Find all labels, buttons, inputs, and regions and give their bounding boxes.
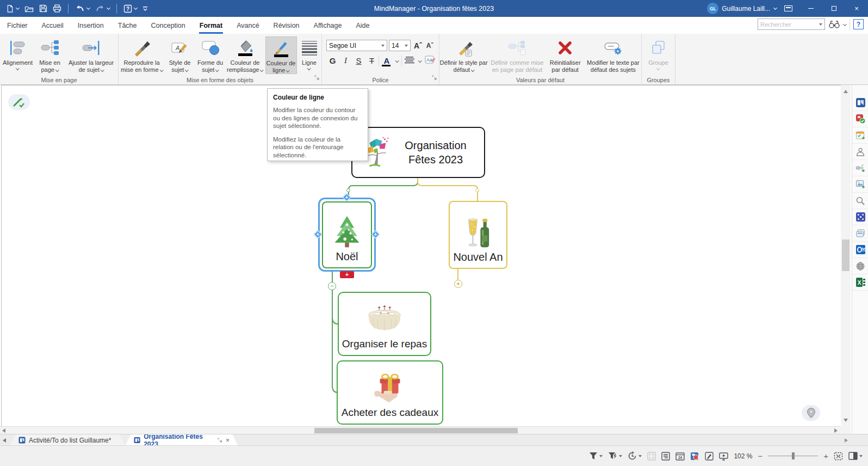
account-name[interactable]: Guillaume Laill... [722, 5, 770, 13]
undo-button[interactable] [73, 3, 91, 14]
chevron-down-icon[interactable] [395, 59, 399, 62]
close-button[interactable]: × [845, 0, 868, 17]
minimize-button[interactable] [799, 0, 822, 17]
shrink-font-button[interactable]: Aˇ [425, 42, 435, 50]
font-color-button[interactable]: A [380, 54, 394, 67]
chevron-down-icon[interactable] [843, 22, 847, 26]
scroll-right-arrow[interactable] [834, 428, 838, 433]
zoom-slider[interactable] [768, 452, 818, 460]
bold-button[interactable]: G [326, 54, 339, 67]
select-mode-button[interactable] [647, 452, 656, 461]
tab-conception[interactable]: Conception [144, 17, 193, 34]
search-pane-button[interactable] [852, 193, 868, 209]
windows-pane-button[interactable] [852, 225, 868, 242]
presentation-button[interactable] [719, 452, 728, 461]
italic-button[interactable]: I [339, 54, 352, 67]
definir-style-defaut-button[interactable]: Définir le style par défaut [439, 36, 488, 73]
ajuster-largeur-button[interactable]: Ajuster la largeur de sujet [66, 36, 116, 73]
flag-badge[interactable]: + [340, 271, 354, 278]
tab-format[interactable]: Format [193, 17, 230, 34]
snap-pane-button[interactable] [852, 209, 868, 225]
save-button[interactable] [38, 3, 49, 14]
strikethrough-button[interactable]: T [365, 54, 378, 67]
help-button[interactable]: ? [122, 3, 139, 14]
contacts-pane-button[interactable] [852, 144, 868, 160]
horizontal-scroll-thumb[interactable] [314, 428, 518, 433]
zoom-out-button[interactable]: − [758, 452, 762, 460]
ink-mode-button[interactable] [705, 452, 714, 461]
fit-map-button[interactable] [834, 452, 843, 461]
tasks-pane-button[interactable] [852, 111, 868, 127]
ribbon-display-options-button[interactable] [777, 0, 799, 17]
binoculars-icon[interactable] [828, 20, 840, 29]
tab-avance[interactable]: Avancé [230, 17, 266, 34]
tab-affichage[interactable]: Affichage [307, 17, 349, 34]
images-pane-button[interactable] [852, 176, 868, 193]
edit-mode-button[interactable] [8, 94, 30, 110]
scroll-up-arrow[interactable] [844, 90, 848, 93]
document-tab-activite[interactable]: Activité/To do list Guillaume* [10, 434, 125, 446]
zoom-in-button[interactable]: + [823, 452, 828, 460]
search-dropdown-icon[interactable] [819, 23, 822, 26]
customize-toolbar-button[interactable] [141, 4, 150, 13]
vertical-scrollbar[interactable] [841, 85, 851, 434]
zoom-slider-thumb[interactable] [792, 452, 795, 459]
scroll-down-arrow[interactable] [844, 419, 848, 422]
outlook-pane-button[interactable] [852, 242, 868, 258]
style-sujet-button[interactable]: A Style de sujet [165, 36, 195, 73]
reproduire-mise-en-forme-button[interactable]: Reproduire la mise en forme [120, 36, 164, 73]
tab-accueil[interactable]: Accueil [35, 17, 71, 34]
help-pane-button[interactable]: ? [853, 19, 864, 29]
topic-nouvel-an[interactable]: Nouvel An [449, 201, 507, 269]
scroll-left-arrow[interactable] [2, 428, 5, 433]
close-tab-icon[interactable]: × [226, 437, 230, 444]
topic-cadeaux[interactable]: Acheter des cadeaux [337, 360, 443, 425]
detach-tab-icon[interactable] [218, 438, 222, 443]
panel-layout-button[interactable] [848, 452, 863, 460]
new-document-button[interactable] [4, 3, 21, 14]
tab-revision[interactable]: Révision [266, 17, 307, 34]
dialog-launcher-icon[interactable] [314, 73, 320, 83]
mise-en-page-button[interactable]: Mise en page [35, 36, 65, 73]
power-filter-button[interactable] [608, 452, 622, 460]
alignement-button[interactable]: Alignement [2, 36, 34, 73]
dialog-launcher-icon[interactable] [432, 73, 437, 83]
redo-button[interactable] [94, 3, 111, 14]
open-file-button[interactable] [23, 4, 35, 14]
horizontal-scrollbar[interactable] [0, 426, 841, 434]
clear-formatting-button[interactable]: Aa [421, 56, 439, 66]
modifier-texte-defaut-button[interactable]: Modifier le texte par défaut des sujets [585, 36, 641, 73]
font-name-select[interactable]: Segoe UI [326, 40, 387, 51]
text-align-button[interactable] [402, 56, 417, 66]
couleur-remplissage-button[interactable]: Couleur de remplissage [226, 36, 264, 73]
underline-button[interactable]: S [352, 54, 365, 67]
map-canvas[interactable]: Couleur de ligne Modifier la couleur du … [1, 85, 841, 426]
tab-aide[interactable]: Aide [349, 17, 376, 34]
forme-sujet-button[interactable]: Forme du sujet [196, 36, 225, 73]
couleur-ligne-button[interactable]: Couleur de ligne [265, 36, 297, 74]
reinitialiser-defaut-button[interactable]: Réinitialiser par défaut [546, 36, 584, 73]
filter-button[interactable] [589, 452, 603, 460]
topic-noel[interactable]: Noël [322, 201, 372, 268]
chevron-down-icon[interactable] [418, 59, 421, 62]
vertical-scroll-thumb[interactable] [842, 240, 850, 271]
avatar[interactable]: GL [707, 3, 718, 14]
expand-button[interactable]: + [454, 280, 462, 288]
grow-font-button[interactable]: Aˆ [412, 41, 424, 50]
tag-view-button[interactable] [690, 452, 699, 461]
map-pin-button[interactable] [802, 405, 820, 421]
mindmanager-pane-button[interactable] [852, 95, 868, 111]
tab-fichier[interactable]: Fichier [0, 17, 35, 34]
excel-pane-button[interactable]: X [852, 274, 868, 291]
refresh-schedule-button[interactable] [628, 451, 642, 461]
schedule-view-button[interactable]: 24 [675, 452, 685, 461]
central-topic[interactable]: Organisation Fêtes 2023 [351, 127, 485, 178]
tab-insertion[interactable]: Insertion [71, 17, 111, 34]
topic-repas[interactable]: Organiser le repas [338, 292, 431, 356]
calendar-pane-button[interactable] [852, 127, 868, 144]
map-parts-pane-button[interactable] [852, 160, 868, 176]
document-tab-organisation[interactable]: Organisation Fêtes 2023 × [125, 434, 238, 446]
collapse-button[interactable]: − [328, 282, 336, 290]
search-input[interactable] [760, 21, 819, 28]
ligne-button[interactable]: Ligne [298, 36, 321, 73]
